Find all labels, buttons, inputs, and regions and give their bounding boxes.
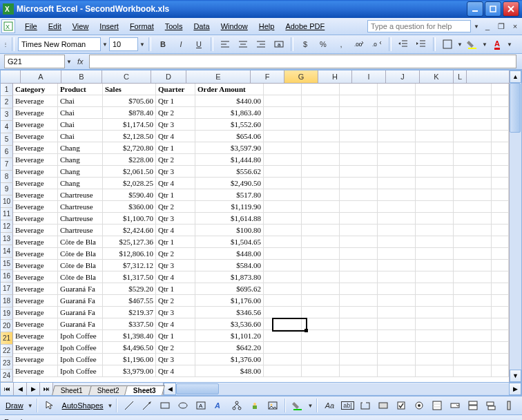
- cell[interactable]: Qtr 1: [156, 189, 195, 201]
- cell[interactable]: $590.40: [103, 189, 156, 201]
- cell[interactable]: Qtr 2: [156, 295, 195, 307]
- cell[interactable]: [492, 318, 509, 330]
- cell[interactable]: [492, 107, 509, 119]
- insert-picture-button[interactable]: [264, 399, 281, 412]
- cell[interactable]: [378, 154, 416, 166]
- cell[interactable]: Qtr 4: [156, 318, 195, 330]
- cell[interactable]: [492, 342, 509, 354]
- cell[interactable]: [454, 271, 492, 283]
- cell[interactable]: [302, 342, 340, 354]
- decrease-indent-button[interactable]: [395, 37, 412, 51]
- cell[interactable]: [378, 225, 416, 236]
- cell[interactable]: [454, 330, 492, 342]
- row-header-21[interactable]: 21: [1, 332, 13, 345]
- cell[interactable]: [454, 142, 492, 154]
- cell[interactable]: Chang: [58, 178, 103, 189]
- cell[interactable]: [492, 330, 509, 342]
- cell[interactable]: [340, 295, 378, 307]
- menu-view[interactable]: View: [67, 21, 95, 32]
- cell[interactable]: [264, 95, 302, 107]
- cell[interactable]: [454, 189, 492, 201]
- cell[interactable]: Beverage: [13, 166, 58, 178]
- cell[interactable]: [378, 283, 416, 295]
- cell[interactable]: [378, 213, 416, 225]
- bold-button[interactable]: B: [155, 37, 171, 51]
- cell[interactable]: [416, 318, 454, 330]
- sheet-tab-sheet3[interactable]: Sheet3: [125, 385, 166, 395]
- cell[interactable]: [302, 236, 340, 248]
- cell[interactable]: [264, 213, 302, 225]
- draw-menu-button[interactable]: Draw: [3, 401, 26, 410]
- cell[interactable]: $100.80: [195, 225, 264, 236]
- cell[interactable]: Beverage: [13, 178, 58, 189]
- forms-option-button[interactable]: [411, 399, 427, 412]
- col-header-B[interactable]: B: [61, 70, 102, 83]
- cell[interactable]: Beverage: [13, 131, 58, 142]
- cell[interactable]: $346.56: [195, 307, 264, 318]
- draw-dropdown-icon[interactable]: ▼: [28, 403, 33, 409]
- cell[interactable]: Product: [58, 84, 103, 95]
- cell[interactable]: [492, 213, 509, 225]
- cell[interactable]: [492, 142, 509, 154]
- row-header-13[interactable]: 13: [1, 233, 13, 245]
- cell[interactable]: Chartreuse: [58, 189, 103, 201]
- cell[interactable]: Beverage: [13, 365, 58, 377]
- cell[interactable]: $3,536.60: [195, 318, 264, 330]
- cell[interactable]: [340, 84, 378, 95]
- cell[interactable]: [378, 178, 416, 189]
- cell[interactable]: [416, 307, 454, 318]
- font-name-select[interactable]: Times New Roman: [18, 37, 101, 51]
- cell[interactable]: [264, 260, 302, 271]
- row-header-10[interactable]: 10: [1, 195, 13, 208]
- cell[interactable]: [302, 271, 340, 283]
- font-size-select[interactable]: 10: [109, 37, 138, 51]
- cell[interactable]: [340, 365, 378, 377]
- cell[interactable]: [340, 283, 378, 295]
- cell[interactable]: [492, 95, 509, 107]
- cell[interactable]: [416, 342, 454, 354]
- cell[interactable]: [416, 154, 454, 166]
- forms-groupbox-button[interactable]: [357, 399, 374, 412]
- cell[interactable]: [416, 201, 454, 213]
- menu-adobe-pdf[interactable]: Adobe PDF: [280, 21, 330, 32]
- merge-center-button[interactable]: a: [271, 37, 287, 51]
- cell[interactable]: [340, 354, 378, 365]
- cell[interactable]: [454, 213, 492, 225]
- cell[interactable]: [302, 213, 340, 225]
- cell[interactable]: [302, 84, 340, 95]
- cell[interactable]: $2,720.80: [103, 142, 156, 154]
- forms-button-button[interactable]: [375, 399, 392, 412]
- cell[interactable]: Chang: [58, 154, 103, 166]
- col-header-L[interactable]: L: [454, 70, 467, 83]
- cell[interactable]: [340, 95, 378, 107]
- cell[interactable]: Guaraná Fa: [58, 307, 103, 318]
- fill-color-button[interactable]: [464, 37, 481, 51]
- autoshapes-button[interactable]: AutoShapes: [59, 401, 106, 410]
- cell[interactable]: Guaraná Fa: [58, 318, 103, 330]
- cell[interactable]: $1,119.90: [195, 201, 264, 213]
- cell[interactable]: [302, 95, 340, 107]
- row-header-3[interactable]: 3: [1, 108, 13, 121]
- menu-data[interactable]: Data: [188, 21, 215, 32]
- cell[interactable]: $2,424.60: [103, 225, 156, 236]
- cell[interactable]: [416, 131, 454, 142]
- cell[interactable]: $337.50: [103, 318, 156, 330]
- line-tool-button[interactable]: [121, 399, 137, 412]
- hscroll-thumb[interactable]: [176, 383, 219, 394]
- col-header-E[interactable]: E: [186, 70, 251, 83]
- cell[interactable]: [378, 295, 416, 307]
- cell[interactable]: Beverage: [13, 225, 58, 236]
- decrease-decimal-button[interactable]: .0: [369, 37, 385, 51]
- cell[interactable]: Guaraná Fa: [58, 283, 103, 295]
- cell[interactable]: [454, 342, 492, 354]
- cell[interactable]: Qtr 4: [156, 131, 195, 142]
- menu-file[interactable]: File: [19, 21, 43, 32]
- cell[interactable]: Qtr 1: [156, 283, 195, 295]
- cell[interactable]: [492, 225, 509, 236]
- cell[interactable]: $529.20: [103, 283, 156, 295]
- cell[interactable]: [454, 283, 492, 295]
- cell[interactable]: Chang: [58, 142, 103, 154]
- row-header-4[interactable]: 4: [1, 121, 13, 133]
- scroll-left-button[interactable]: ◀: [164, 383, 176, 395]
- row-header-7[interactable]: 7: [1, 158, 13, 171]
